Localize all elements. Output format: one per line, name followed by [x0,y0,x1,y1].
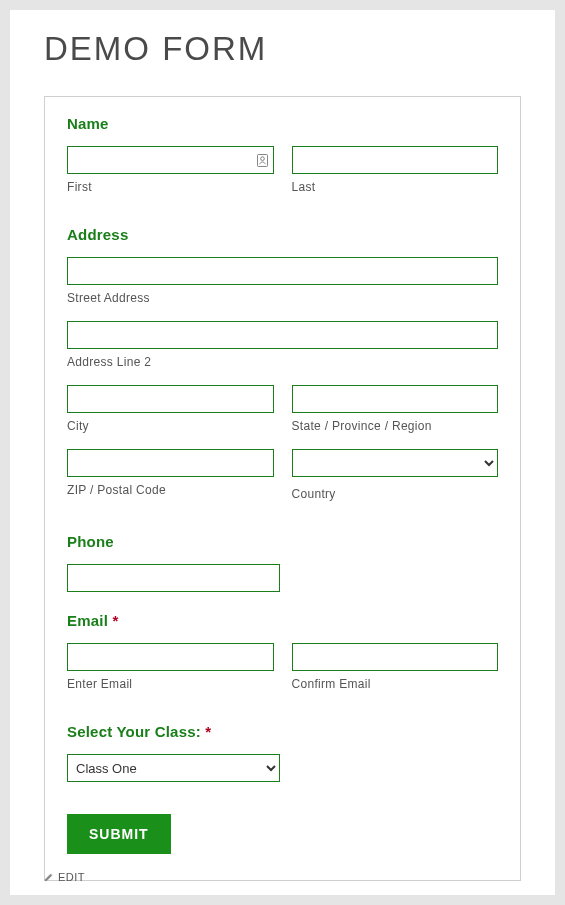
street-address-input[interactable] [67,257,498,285]
address-line2-input[interactable] [67,321,498,349]
city-input[interactable] [67,385,274,413]
first-name-input[interactable] [67,146,274,174]
address-line2-label: Address Line 2 [67,355,498,369]
last-name-label: Last [292,180,499,194]
country-label: Country [292,487,499,501]
submit-button[interactable]: SUBMIT [67,814,171,854]
class-required-star: * [205,723,211,740]
state-input[interactable] [292,385,499,413]
first-name-label: First [67,180,274,194]
email-heading-text: Email [67,612,108,629]
email-heading: Email * [67,612,498,629]
svg-point-1 [261,156,265,160]
edit-label: EDIT [58,871,85,883]
class-heading-text: Select Your Class: [67,723,201,740]
phone-heading: Phone [67,533,498,550]
class-heading: Select Your Class: * [67,723,498,740]
name-heading: Name [67,115,498,132]
street-address-label: Street Address [67,291,498,305]
enter-email-label: Enter Email [67,677,274,691]
contact-card-icon [256,153,270,167]
phone-input[interactable] [67,564,280,592]
form-box: Name First Last [44,96,521,881]
class-select[interactable]: Class One [67,754,280,782]
last-name-input[interactable] [292,146,499,174]
pencil-icon [44,872,54,882]
edit-link[interactable]: EDIT [44,871,85,883]
page-title: DEMO FORM [44,30,521,68]
address-heading: Address [67,226,498,243]
state-label: State / Province / Region [292,419,499,433]
email-required-star: * [112,612,118,629]
city-label: City [67,419,274,433]
enter-email-input[interactable] [67,643,274,671]
confirm-email-label: Confirm Email [292,677,499,691]
country-select[interactable] [292,449,499,477]
zip-label: ZIP / Postal Code [67,483,274,497]
confirm-email-input[interactable] [292,643,499,671]
zip-input[interactable] [67,449,274,477]
